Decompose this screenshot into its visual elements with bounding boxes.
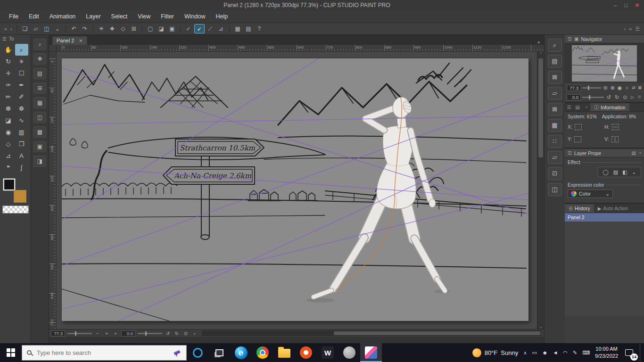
navigator-zoom-slider[interactable]	[582, 87, 601, 89]
layer-panel-icon[interactable]: ▤	[548, 55, 562, 68]
menu-filter[interactable]: Filter	[156, 11, 179, 22]
rotate-cw-icon[interactable]: ↻	[173, 331, 180, 336]
reset-rotation-icon[interactable]: ⊙	[622, 94, 628, 100]
sub-window-icon[interactable]: ⊠	[637, 85, 642, 90]
snap-to-ruler-icon[interactable]: ✓	[183, 24, 194, 33]
fill-icon[interactable]: ⊞	[129, 24, 139, 33]
snap-to-special-ruler-icon[interactable]: ✓	[194, 24, 205, 33]
pencil-tool[interactable]: ✏	[2, 91, 15, 103]
new-file-icon[interactable]: ❏	[20, 24, 30, 33]
gradient-tool[interactable]: ▥	[15, 126, 28, 138]
save-menu-icon[interactable]: ⌄	[52, 24, 63, 33]
marquee-tool[interactable]: ☐	[15, 67, 28, 79]
decoration-tool[interactable]: ❁	[15, 103, 28, 115]
horizontal-ruler[interactable]: 0 80 160 240 320 400 480 560 640 720 800…	[57, 45, 544, 52]
minimize-button[interactable]: –	[614, 2, 617, 8]
canvas-tab-panel-2[interactable]: Panel 2 ✕	[52, 36, 88, 45]
chrome-app[interactable]	[252, 343, 273, 362]
text-tool[interactable]: A	[15, 150, 28, 162]
vertical-scrollbar[interactable]: ⌃ ⌄	[537, 52, 544, 329]
perspective-ruler-lines[interactable]	[62, 58, 528, 321]
save-file-icon[interactable]: ◫	[41, 24, 52, 33]
gimp-app[interactable]	[339, 343, 360, 362]
material-close-icon[interactable]: ⊠	[548, 71, 562, 84]
weather-widget[interactable]: 80°F Sunny	[472, 348, 518, 357]
material-folder-icon[interactable]: ▱	[548, 87, 562, 100]
move-layer-tool[interactable]: ✛	[2, 67, 15, 79]
rotate-canvas-tool[interactable]: ↻	[2, 56, 15, 67]
tone-panel-icon[interactable]: ▦	[548, 119, 562, 132]
snap-to-grid-icon[interactable]: ⟋	[205, 24, 215, 33]
subtool-icon[interactable]: ⌕	[33, 39, 46, 50]
navigator-zoom-value[interactable]: 77.3	[567, 85, 581, 91]
material-close-icon-2[interactable]: ⊠	[548, 103, 562, 116]
mesh-transform-icon[interactable]: ◇	[118, 24, 128, 33]
sub-color-swatch[interactable]	[14, 190, 26, 203]
layer-property-tab-icon[interactable]: ▤	[632, 150, 636, 156]
balloon-tool[interactable]: ❝	[2, 162, 15, 173]
menu-view[interactable]: View	[132, 11, 156, 22]
subtool-icon[interactable]: ▣	[33, 141, 46, 152]
subtool-icon[interactable]: ⊞	[33, 82, 46, 94]
redo-icon[interactable]: ↷	[80, 24, 90, 33]
subtool-icon[interactable]: ▤	[33, 68, 46, 79]
quick-access-icon[interactable]: ⌕	[548, 39, 562, 52]
tab-history[interactable]: ☰ History	[565, 204, 594, 213]
history-item-panel-2[interactable]: Panel 2	[565, 213, 644, 222]
zoom-out-icon[interactable]: ⊖	[603, 85, 608, 91]
horizontal-scrollbar[interactable]	[202, 330, 541, 336]
blend-tool[interactable]: ∿	[15, 115, 28, 126]
menu-help[interactable]: Help	[210, 11, 233, 22]
delete-icon[interactable]: ✳	[96, 24, 107, 33]
undo-icon[interactable]: ↶	[69, 24, 79, 33]
w-app[interactable]: W	[317, 343, 339, 362]
tone-effect-icon[interactable]: ▨	[613, 169, 618, 175]
network-icon[interactable]: ◠	[563, 350, 568, 356]
frame-border-tool[interactable]: ❐	[15, 138, 28, 150]
layer-color-effect-icon[interactable]: ◧	[622, 169, 627, 175]
subtool-icon[interactable]: ▩	[33, 126, 46, 138]
main-color-swatch[interactable]	[3, 178, 16, 191]
zoom-in-icon[interactable]: ⊕	[610, 85, 615, 91]
tab-information[interactable]: ⓘ Information	[590, 103, 629, 111]
deselect-icon[interactable]: ▣	[167, 24, 177, 33]
menu-select[interactable]: Select	[106, 11, 133, 22]
airbrush-tool[interactable]: ❆	[2, 103, 15, 115]
zoom-out-icon[interactable]: −	[94, 331, 101, 336]
fit-icon[interactable]: ▪	[112, 331, 119, 336]
rotation-value[interactable]: 0.0	[121, 330, 135, 337]
line-correction-tool[interactable]: ∫	[15, 162, 28, 173]
figure-tool[interactable]: ◇	[2, 138, 15, 150]
reset-rotation-icon[interactable]: ⊙	[182, 331, 189, 336]
reset-all-icon[interactable]: ⌑	[636, 95, 642, 99]
flip-icon[interactable]: ▷	[630, 95, 636, 99]
show-desktop-button[interactable]	[640, 343, 642, 362]
subtool-icon[interactable]: ◨	[33, 156, 46, 167]
subtool-icon[interactable]: ◫	[33, 112, 46, 123]
task-view-button[interactable]	[208, 343, 230, 362]
download-panel-icon[interactable]: ⊡	[548, 167, 562, 180]
rotate-ccw-icon[interactable]: ↺	[605, 94, 612, 100]
zoom-in-icon[interactable]: ＋	[103, 330, 110, 337]
menu-layer[interactable]: Layer	[81, 11, 106, 22]
start-button[interactable]	[0, 343, 22, 362]
object-tool[interactable]: ✳	[15, 56, 28, 67]
rotate-cw-icon[interactable]: ↻	[613, 94, 620, 100]
zoom-value[interactable]: 77.3	[51, 330, 65, 337]
fit-to-screen-icon[interactable]: ◉	[617, 85, 622, 91]
action-center-button[interactable]: 14	[623, 347, 635, 358]
menu-window[interactable]: Window	[179, 11, 210, 22]
3d-pose-figure[interactable]	[306, 96, 450, 303]
clip-studio-app[interactable]	[360, 343, 382, 362]
help-icon[interactable]: ?	[254, 24, 264, 33]
hidden-icons-caret[interactable]: ∧	[523, 350, 527, 355]
people-icon[interactable]: ☻	[542, 350, 548, 355]
transparent-color-swatch[interactable]	[2, 206, 29, 214]
panel-tab-icon[interactable]: ◔	[582, 105, 590, 110]
maximize-button[interactable]: □	[624, 2, 627, 8]
ruler-icon[interactable]: ⊿	[216, 24, 226, 33]
canvas-page[interactable]: Strathcarron 10.5km Ach-Na-Creige 2.6km	[62, 58, 528, 321]
search-input[interactable]	[36, 349, 169, 357]
back-icon[interactable]: ‹	[191, 331, 198, 336]
panel-menu-icon[interactable]: ☰	[565, 105, 573, 110]
